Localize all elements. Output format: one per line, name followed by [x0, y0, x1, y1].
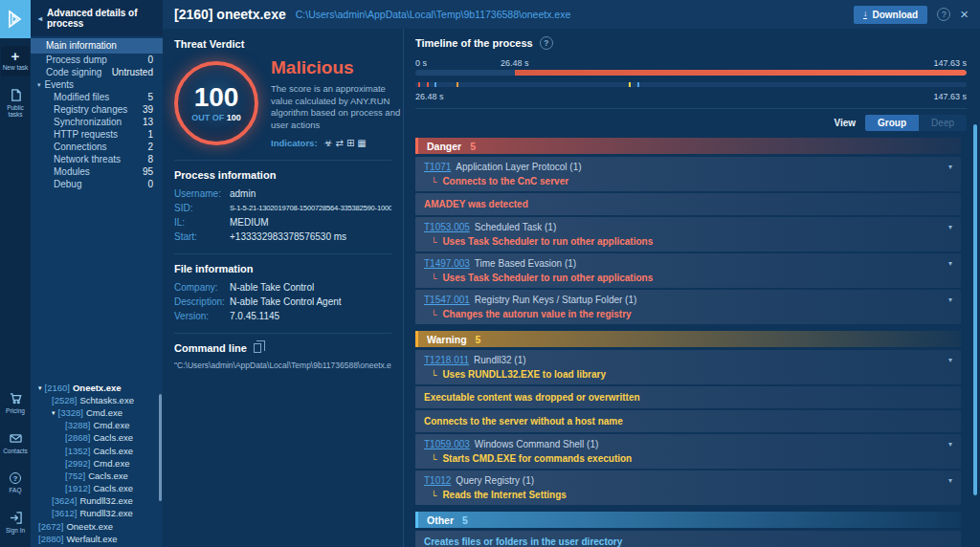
view-button[interactable]: View	[834, 118, 856, 128]
other-count-badge: 5	[462, 514, 468, 526]
technique-link[interactable]: T1497.003	[424, 258, 470, 269]
verdict-description: The score is an approximate value calcul…	[271, 83, 401, 131]
chevron-down-icon[interactable]: ▾	[948, 476, 952, 485]
deep-button[interactable]: Deep	[919, 115, 967, 131]
back-chevron-icon: ◂	[38, 14, 42, 23]
danger-count-badge: 5	[470, 141, 476, 152]
chevron-down-icon[interactable]: ▾	[52, 406, 56, 419]
tree-row[interactable]: [2672] Oneetx.exe	[31, 520, 163, 533]
sign-in-button[interactable]: Sign In	[1, 507, 30, 539]
pricing-button[interactable]: Pricing	[1, 387, 30, 420]
threat-score-gauge: 100 OUT OF 100	[174, 61, 258, 145]
sidebar-item-connections[interactable]: Connections 2	[31, 141, 163, 153]
timeline-range-bar[interactable]	[415, 70, 967, 76]
sidebar-item-modules[interactable]: Modules 95	[31, 165, 163, 178]
sidebar-item-process-dump[interactable]: Process dump 0	[31, 54, 163, 66]
technique-row[interactable]: T1053.005 Scheduled Task (1) ▾ └Uses Tas…	[415, 217, 961, 252]
sidebar-item-code-signing[interactable]: Code signing Untrusted	[31, 66, 163, 78]
technique-row[interactable]: T1059.003 Windows Command Shell (1) ▾ └S…	[415, 434, 961, 469]
tree-row[interactable]: ▾ [2160] Oneetx.exe	[31, 382, 163, 394]
download-icon: ↓	[863, 10, 868, 19]
other-section: Other 5 Creates files or folders in the …	[415, 512, 961, 547]
close-icon[interactable]: ×	[960, 8, 969, 21]
detection-row[interactable]: Executable content was dropped or overwr…	[415, 386, 961, 408]
warning-count-badge: 5	[476, 334, 481, 345]
detection-row[interactable]: Creates files or folders in the user dir…	[415, 531, 961, 547]
timeline-help-icon[interactable]: ?	[540, 36, 553, 50]
contacts-button[interactable]: Contacts	[1, 427, 30, 460]
technique-link[interactable]: T1053.005	[424, 222, 470, 232]
event-tick	[637, 82, 639, 87]
sidebar-item-main-information[interactable]: Main information	[31, 38, 163, 54]
other-section-header[interactable]: Other 5	[415, 512, 961, 528]
behavior-sections: Danger 5 T1071 Application Layer Protoco…	[415, 138, 967, 547]
process-tree: ▾ [2160] Oneetx.exe [2528] Schtasks.exe …	[31, 382, 163, 547]
technique-link[interactable]: T1547.001	[424, 295, 470, 305]
timeline-events-bar[interactable]	[415, 82, 967, 87]
detection-row[interactable]: AMADEY was detected	[415, 193, 961, 215]
chevron-down-icon[interactable]: ▾	[948, 163, 952, 171]
public-tasks-button[interactable]: Public tasks	[1, 84, 30, 123]
chevron-down-icon[interactable]: ▾	[38, 382, 42, 394]
file-information-table: Company:N-able Take Control Description:…	[174, 282, 391, 321]
tree-row[interactable]: [3612] Rundll32.exe	[31, 507, 163, 519]
public-tasks-label: Public tasks	[1, 104, 30, 118]
technique-row[interactable]: T1547.001 Registry Run Keys / Startup Fo…	[415, 290, 961, 324]
sidebar-item-registry-changes[interactable]: Registry changes 39	[31, 103, 163, 116]
process-path[interactable]: C:\Users\admin\AppData\Local\Temp\9b1173…	[296, 9, 571, 20]
content: Threat Verdict 100 OUT OF 100 Malicious …	[163, 29, 980, 547]
copy-icon[interactable]	[254, 343, 261, 353]
anyrun-logo[interactable]	[0, 0, 31, 38]
info-column: Threat Verdict 100 OUT OF 100 Malicious …	[163, 29, 404, 547]
warning-section-header[interactable]: Warning 5	[415, 331, 961, 347]
technique-link[interactable]: T1071	[424, 162, 451, 172]
danger-section-header[interactable]: Danger 5	[415, 138, 961, 154]
technique-row[interactable]: T1071 Application Layer Protocol (1) ▾ └…	[415, 157, 961, 191]
tree-row[interactable]: [752] Cacls.exe	[31, 470, 163, 482]
technique-row[interactable]: T1012 Query Registry (1) ▾ └Reads the In…	[415, 470, 961, 505]
technique-link[interactable]: T1012	[424, 475, 451, 486]
sidebar-item-network-threats[interactable]: Network threats 8	[31, 153, 163, 165]
tree-row[interactable]: [3288] Cmd.exe	[31, 419, 163, 431]
command-line-value: "C:\Users\admin\AppData\Local\Temp\9b117…	[174, 361, 391, 370]
tree-elbow-icon: └	[431, 310, 436, 319]
sign-in-label: Sign In	[6, 527, 25, 534]
sidebar-scrollbar[interactable]	[159, 394, 162, 501]
technique-link[interactable]: T1059.003	[424, 439, 470, 449]
tree-row[interactable]: [2528] Schtasks.exe	[31, 394, 163, 406]
sidebar-title: Advanced details of process	[47, 8, 157, 29]
back-button[interactable]: ◂ Advanced details of process	[31, 0, 163, 36]
grid-indicator-icon: ▦	[357, 138, 368, 148]
tree-row[interactable]: [2868] Cacls.exe	[31, 431, 163, 444]
plus-icon: +	[11, 51, 20, 61]
chevron-down-icon[interactable]: ▾	[948, 223, 952, 231]
tree-row[interactable]: ▾ [3328] Cmd.exe	[31, 406, 163, 419]
technique-link[interactable]: T1218.011	[424, 355, 469, 365]
tree-row[interactable]: [3624] Rundll32.exe	[31, 494, 163, 507]
group-button[interactable]: Group	[865, 115, 919, 131]
pricing-label: Pricing	[6, 407, 25, 414]
tree-row[interactable]: [2880] Werfault.exe	[31, 533, 163, 545]
chevron-down-icon[interactable]: ▾	[948, 356, 952, 364]
sidebar-item-debug[interactable]: Debug 0	[31, 178, 163, 190]
technique-row[interactable]: T1218.011 Rundll32 (1) ▾ └Uses RUNDLL32.…	[415, 350, 961, 384]
biohazard-indicator-icon: ☣	[324, 138, 336, 148]
faq-button[interactable]: ? FAQ	[1, 468, 30, 499]
main-scrollbar[interactable]	[973, 124, 977, 495]
tree-row[interactable]: [1912] Cacls.exe	[31, 482, 163, 494]
detection-row[interactable]: Connects to the server without a host na…	[415, 410, 961, 432]
technique-row[interactable]: T1497.003 Time Based Evasion (1) ▾ └Uses…	[415, 253, 961, 288]
help-icon[interactable]: ?	[937, 8, 950, 21]
sidebar-group-events[interactable]: ▾ Events	[31, 78, 163, 91]
download-button[interactable]: ↓ Download	[854, 6, 927, 24]
chevron-down-icon[interactable]: ▾	[948, 295, 952, 304]
sidebar-item-http-requests[interactable]: HTTP requests 1	[31, 128, 163, 141]
tree-row[interactable]: [2992] Cmd.exe	[31, 457, 163, 470]
chevron-down-icon[interactable]: ▾	[948, 440, 952, 449]
tree-row[interactable]: [1352] Cacls.exe	[31, 445, 163, 457]
sidebar-item-synchronization[interactable]: Synchronization 13	[31, 116, 163, 128]
sidebar-item-modified-files[interactable]: Modified files 5	[31, 91, 163, 103]
play-triangle-icon	[7, 10, 24, 29]
new-task-button[interactable]: + New task	[1, 46, 30, 77]
chevron-down-icon[interactable]: ▾	[948, 259, 952, 268]
